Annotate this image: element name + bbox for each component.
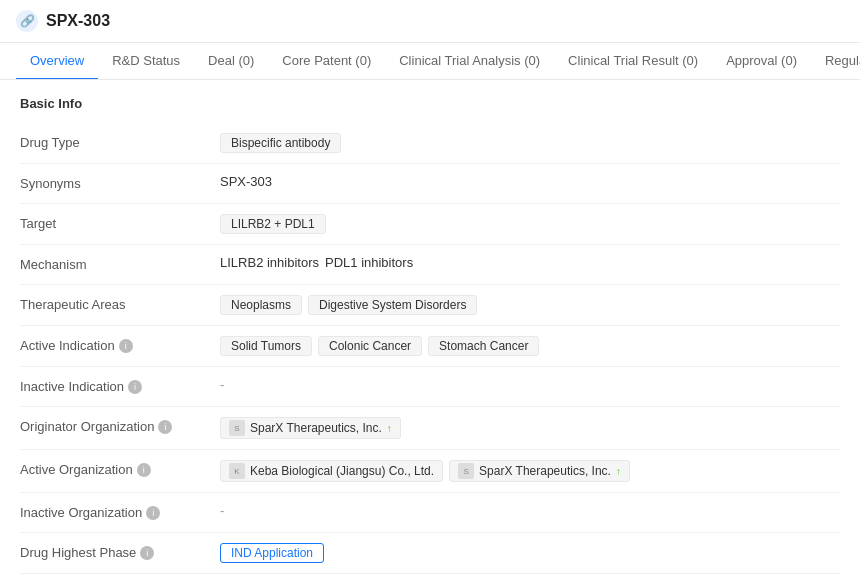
field-label: Drug Highest Phasei	[20, 543, 220, 560]
field-value: Bispecific antibody	[220, 133, 840, 153]
trend-up-icon: ↑	[616, 466, 621, 477]
org-name: SparX Therapeutics, Inc.	[250, 421, 382, 435]
info-row: Drug Highest PhaseiIND Application	[20, 533, 840, 574]
page-header: 🔗 SPX-303	[0, 0, 860, 43]
nav-tab-clinicaltrialresult(0)[interactable]: Clinical Trial Result (0)	[554, 43, 712, 80]
org-name: SparX Therapeutics, Inc.	[479, 464, 611, 478]
field-value: SSparX Therapeutics, Inc.↑	[220, 417, 840, 439]
mechanism-value: LILRB2 inhibitors PDL1 inhibitors	[220, 255, 413, 270]
org-tag[interactable]: SSparX Therapeutics, Inc.↑	[220, 417, 401, 439]
fields-container: Drug TypeBispecific antibodySynonymsSPX-…	[20, 123, 840, 582]
nav-tab-clinicaltrialanalysis(0)[interactable]: Clinical Trial Analysis (0)	[385, 43, 554, 80]
tag: LILRB2 + PDL1	[220, 214, 326, 234]
label-text: Inactive Indication	[20, 379, 124, 394]
mechanism-item: LILRB2 inhibitors	[220, 255, 319, 270]
field-label: Active Organizationi	[20, 460, 220, 477]
field-value: SPX-303	[220, 174, 840, 189]
nav-tab-overview[interactable]: Overview	[16, 43, 98, 80]
label-text: Synonyms	[20, 176, 81, 191]
mechanism-item: PDL1 inhibitors	[325, 255, 413, 270]
field-label: Originator Organizationi	[20, 417, 220, 434]
org-logo: S	[458, 463, 474, 479]
field-value: IND Application	[220, 543, 840, 563]
org-tag[interactable]: KKeba Biological (Jiangsu) Co., Ltd.	[220, 460, 443, 482]
label-text: Drug Type	[20, 135, 80, 150]
org-logo: K	[229, 463, 245, 479]
label-text: Originator Organization	[20, 419, 154, 434]
field-label: Therapeutic Areas	[20, 295, 220, 312]
field-label: Active Indicationi	[20, 336, 220, 353]
tag: Digestive System Disorders	[308, 295, 477, 315]
nav-tab-corepatent(0)[interactable]: Core Patent (0)	[268, 43, 385, 80]
nav-tab-regulation(0)[interactable]: Regulation (0)	[811, 43, 860, 80]
info-icon[interactable]: i	[119, 339, 133, 353]
info-icon[interactable]: i	[128, 380, 142, 394]
info-row: Active IndicationiSolid TumorsColonic Ca…	[20, 326, 840, 367]
trend-up-icon: ↑	[387, 423, 392, 434]
field-label: Target	[20, 214, 220, 231]
section-title: Basic Info	[20, 96, 840, 111]
dash-value: -	[220, 377, 224, 392]
info-row: First Approval Date(Global)-	[20, 574, 840, 582]
tag: Colonic Cancer	[318, 336, 422, 356]
page-title: SPX-303	[46, 12, 110, 30]
info-row: Therapeutic AreasNeoplasmsDigestive Syst…	[20, 285, 840, 326]
field-label: Synonyms	[20, 174, 220, 191]
info-row: SynonymsSPX-303	[20, 164, 840, 204]
field-value: -	[220, 503, 840, 518]
field-value: NeoplasmsDigestive System Disorders	[220, 295, 840, 315]
label-text: Drug Highest Phase	[20, 545, 136, 560]
dash-value: -	[220, 503, 224, 518]
field-label: Inactive Organizationi	[20, 503, 220, 520]
field-value: LILRB2 + PDL1	[220, 214, 840, 234]
info-icon[interactable]: i	[158, 420, 172, 434]
content-area: Basic Info Drug TypeBispecific antibodyS…	[0, 80, 860, 582]
info-row: Inactive Indicationi-	[20, 367, 840, 407]
org-name: Keba Biological (Jiangsu) Co., Ltd.	[250, 464, 434, 478]
label-text: Active Indication	[20, 338, 115, 353]
tag: Stomach Cancer	[428, 336, 539, 356]
info-row: TargetLILRB2 + PDL1	[20, 204, 840, 245]
info-icon[interactable]: i	[140, 546, 154, 560]
label-text: Mechanism	[20, 257, 86, 272]
nav-tab-deal(0)[interactable]: Deal (0)	[194, 43, 268, 80]
label-text: Inactive Organization	[20, 505, 142, 520]
info-icon[interactable]: i	[137, 463, 151, 477]
tag: Solid Tumors	[220, 336, 312, 356]
nav-tabs: OverviewR&D StatusDeal (0)Core Patent (0…	[0, 43, 860, 80]
info-icon[interactable]: i	[146, 506, 160, 520]
label-text: Active Organization	[20, 462, 133, 477]
label-text: Target	[20, 216, 56, 231]
tag: Bispecific antibody	[220, 133, 341, 153]
info-row: Originator OrganizationiSSparX Therapeut…	[20, 407, 840, 450]
header-icon: 🔗	[16, 10, 38, 32]
field-value: LILRB2 inhibitors PDL1 inhibitors	[220, 255, 840, 270]
tag: Neoplasms	[220, 295, 302, 315]
field-label: Mechanism	[20, 255, 220, 272]
nav-tab-r&dstatus[interactable]: R&D Status	[98, 43, 194, 80]
org-tag[interactable]: SSparX Therapeutics, Inc.↑	[449, 460, 630, 482]
field-label: Drug Type	[20, 133, 220, 150]
org-logo: S	[229, 420, 245, 436]
field-value: KKeba Biological (Jiangsu) Co., Ltd.SSpa…	[220, 460, 840, 482]
info-row: Drug TypeBispecific antibody	[20, 123, 840, 164]
field-value: Solid TumorsColonic CancerStomach Cancer	[220, 336, 840, 356]
plain-value: SPX-303	[220, 174, 272, 189]
info-row: MechanismLILRB2 inhibitors PDL1 inhibito…	[20, 245, 840, 285]
label-text: Therapeutic Areas	[20, 297, 126, 312]
highest-phase-tag: IND Application	[220, 543, 324, 563]
info-row: Active OrganizationiKKeba Biological (Ji…	[20, 450, 840, 493]
field-label: Inactive Indicationi	[20, 377, 220, 394]
nav-tab-approval(0)[interactable]: Approval (0)	[712, 43, 811, 80]
info-row: Inactive Organizationi-	[20, 493, 840, 533]
field-value: -	[220, 377, 840, 392]
